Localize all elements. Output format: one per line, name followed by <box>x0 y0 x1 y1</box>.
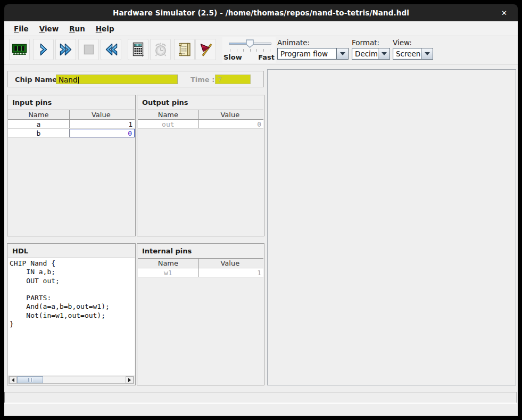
scroll-right-button[interactable] <box>126 376 134 383</box>
toolbar: Slow Fast Animate: Program flow Format: … <box>4 36 518 64</box>
output-pins-table: Name Value out 0 <box>138 110 263 129</box>
chip-icon <box>12 43 28 56</box>
scrollbar-thumb[interactable] <box>17 376 43 383</box>
menu-run[interactable]: Run <box>64 22 90 35</box>
status-message-bar <box>4 392 517 403</box>
speed-slider-thumb[interactable] <box>246 39 254 50</box>
format-select[interactable]: Decimal <box>352 48 390 60</box>
pin-value[interactable]: 1 <box>70 120 135 128</box>
table-row: b 0 <box>8 129 135 138</box>
fast-label: Fast <box>258 53 275 61</box>
speed-slider-fill <box>229 43 247 44</box>
pin-name: a <box>8 120 70 128</box>
text-caret <box>78 77 79 84</box>
chip-view-panel <box>267 69 516 385</box>
internal-pins-title: Internal pins <box>137 244 264 257</box>
view-hdl-button[interactable] <box>174 39 195 60</box>
hdl-horizontal-scrollbar[interactable] <box>9 376 134 384</box>
animate-label: Animate: <box>277 38 349 47</box>
script-icon <box>178 42 192 57</box>
clock-button <box>150 39 171 60</box>
format-label: Format: <box>352 38 390 47</box>
column-header-name: Name <box>138 259 199 268</box>
chip-name-input[interactable]: Nand <box>56 75 178 84</box>
speed-slider-ticks <box>230 49 270 52</box>
window-title: Hardware Simulator (2.5) - /home/thomas/… <box>113 9 409 17</box>
evaluate-button[interactable] <box>128 39 148 60</box>
chevron-down-icon[interactable] <box>421 48 433 59</box>
pin-name: w1 <box>138 268 199 277</box>
column-header-value: Value <box>199 259 263 268</box>
menu-file[interactable]: File <box>9 22 34 35</box>
chip-name-label: Chip Name : <box>15 76 62 84</box>
run-button[interactable] <box>55 39 76 60</box>
rewind-icon <box>104 43 119 56</box>
column-header-name: Name <box>8 110 70 119</box>
hdl-title: HDL <box>7 244 135 257</box>
pin-name: b <box>8 129 70 137</box>
internal-pins-panel: Internal pins Name Value w1 1 <box>137 243 264 385</box>
slow-label: Slow <box>223 53 242 61</box>
internal-pins-table: Name Value w1 1 <box>138 258 263 277</box>
input-pins-panel: Input pins Name Value a 1 b 0 <box>7 95 136 236</box>
output-pins-panel: Output pins Name Value out 0 <box>137 95 264 236</box>
clock-icon <box>153 42 168 57</box>
menu-view[interactable]: View <box>34 22 64 35</box>
hdl-code: CHIP Nand { IN a,b; OUT out; PARTS: And(… <box>8 258 135 328</box>
content-area: Chip Name : Nand Time : 7 Input pins Nam… <box>4 64 518 416</box>
pin-value-selected[interactable]: 0 <box>70 129 135 137</box>
animate-group: Animate: Program flow <box>277 38 349 60</box>
menubar: File View Run Help <box>4 21 518 36</box>
time-input: 7 <box>215 75 251 84</box>
fast-forward-icon <box>59 43 73 56</box>
pin-name: out <box>138 120 199 128</box>
table-row: out 0 <box>138 120 263 129</box>
triangle-right-icon <box>128 378 131 382</box>
column-header-value: Value <box>70 110 135 119</box>
chip-bar: Chip Name : Nand Time : 7 <box>7 71 264 87</box>
menu-help[interactable]: Help <box>90 22 120 35</box>
calculator-icon <box>132 42 145 57</box>
view-label: View: <box>393 38 433 47</box>
input-pins-title: Input pins <box>7 95 135 109</box>
table-row: a 1 <box>8 120 135 129</box>
scroll-left-button[interactable] <box>9 376 17 383</box>
view-group: View: Screen <box>393 38 433 60</box>
reset-button[interactable] <box>101 39 121 60</box>
pin-value: 0 <box>199 120 263 128</box>
animate-select[interactable]: Program flow <box>277 48 349 60</box>
triangle-left-icon <box>12 378 14 382</box>
chevron-down-icon[interactable] <box>336 48 348 59</box>
column-header-value: Value <box>199 110 263 119</box>
titlebar: Hardware Simulator (2.5) - /home/thomas/… <box>4 4 518 21</box>
time-label: Time : <box>190 76 214 84</box>
input-pins-table: Name Value a 1 b 0 <box>8 110 135 138</box>
format-group: Format: Decimal <box>352 38 390 60</box>
stop-icon <box>82 43 95 56</box>
speed-slider-group: Slow Fast <box>222 37 276 63</box>
hdl-panel: HDL CHIP Nand { IN a,b; OUT out; PARTS: … <box>7 243 136 385</box>
hdl-viewport: CHIP Nand { IN a,b; OUT out; PARTS: And(… <box>8 258 135 375</box>
column-header-name: Name <box>138 110 199 119</box>
chevron-down-icon[interactable] <box>378 48 390 59</box>
close-button[interactable]: ✕ <box>498 4 510 21</box>
view-select[interactable]: Screen <box>393 48 433 60</box>
step-forward-icon <box>39 43 48 56</box>
stop-button <box>78 39 99 60</box>
single-step-button[interactable] <box>33 39 54 60</box>
table-row: w1 1 <box>138 268 263 277</box>
pin-value: 1 <box>199 268 263 277</box>
flag-button[interactable] <box>195 39 216 60</box>
load-chip-button[interactable] <box>9 39 30 60</box>
output-pins-title: Output pins <box>137 95 264 109</box>
flag-icon <box>199 43 213 56</box>
